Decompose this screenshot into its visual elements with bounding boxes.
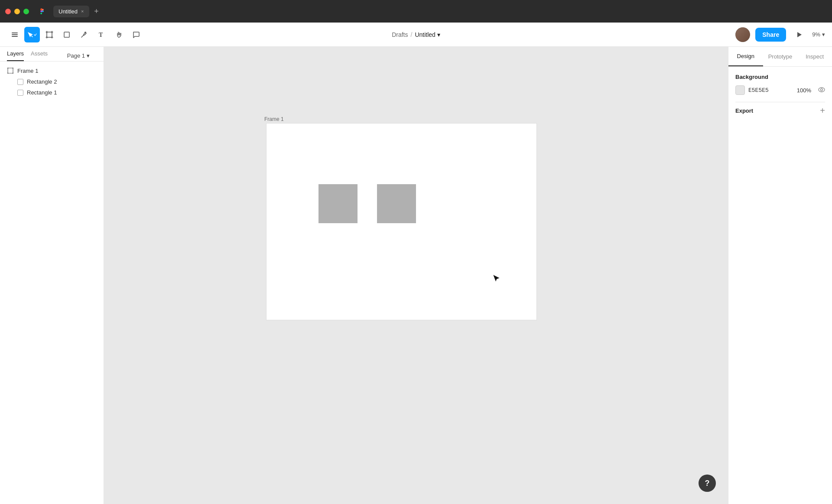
active-tab[interactable]: Untitled × xyxy=(53,6,89,17)
titlebar: Untitled × + xyxy=(0,0,832,23)
breadcrumb-separator: / xyxy=(410,31,412,38)
shape-tool-button[interactable] xyxy=(59,27,75,42)
breadcrumb[interactable]: Drafts / Untitled ▾ xyxy=(392,31,440,38)
page-selector[interactable]: Page 1 ▾ xyxy=(60,49,97,59)
canvas-area[interactable]: Frame 1 ? xyxy=(104,47,728,504)
layers-list: Frame 1 Rectangle 2 Rectangle 1 xyxy=(0,62,104,504)
help-button[interactable]: ? xyxy=(699,475,716,492)
share-button[interactable]: Share xyxy=(755,28,786,42)
layer-item-frame1[interactable]: Frame 1 xyxy=(0,65,104,76)
tab-prototype[interactable]: Prototype xyxy=(763,47,798,66)
svg-point-26 xyxy=(821,89,823,91)
text-tool-button[interactable]: T xyxy=(94,27,109,42)
tab-bar: Untitled × + xyxy=(53,6,827,17)
frame-label: Frame 1 xyxy=(264,116,284,122)
pen-tool-button[interactable] xyxy=(76,27,92,42)
main-content: Layers Assets Page 1 ▾ xyxy=(0,47,832,504)
toolbar-right: Share 9% ▾ xyxy=(735,27,825,42)
toolbar-left: T xyxy=(7,27,144,42)
figma-logo[interactable] xyxy=(36,5,48,17)
close-button[interactable] xyxy=(5,9,11,14)
right-panel-tabs: Design Prototype Inspect xyxy=(728,47,832,67)
layer-rect2-name: Rectangle 2 xyxy=(27,78,57,85)
svg-rect-2 xyxy=(12,36,18,37)
panel-tabs-row: Layers Assets Page 1 ▾ xyxy=(0,47,104,62)
tab-inspect[interactable]: Inspect xyxy=(797,47,832,66)
play-button[interactable] xyxy=(791,27,807,42)
svg-marker-15 xyxy=(797,32,802,37)
svg-rect-16 xyxy=(8,68,13,73)
left-panel: Layers Assets Page 1 ▾ xyxy=(0,47,104,504)
background-color-value[interactable]: E5E5E5 xyxy=(748,87,769,94)
svg-rect-3 xyxy=(47,32,52,37)
frame-icon xyxy=(7,67,14,74)
minimize-button[interactable] xyxy=(14,9,20,14)
panel-tabs-inner: Layers Assets xyxy=(7,47,60,61)
rect1-checkbox xyxy=(17,90,23,96)
frame-canvas[interactable] xyxy=(266,123,537,320)
layer-frame1-name: Frame 1 xyxy=(17,68,38,74)
hand-tool-button[interactable] xyxy=(111,27,127,42)
background-color-row: E5E5E5 100% xyxy=(735,85,825,95)
svg-rect-1 xyxy=(12,34,18,35)
svg-rect-0 xyxy=(12,33,18,33)
rectangle-2-shape[interactable] xyxy=(318,184,358,223)
layer-item-rect1[interactable]: Rectangle 1 xyxy=(0,87,104,98)
export-add-button[interactable]: + xyxy=(820,106,825,116)
file-name[interactable]: Untitled ▾ xyxy=(415,31,440,38)
right-panel: Design Prototype Inspect Background E5E5… xyxy=(728,47,832,504)
rectangle-1-shape[interactable] xyxy=(377,184,416,223)
maximize-button[interactable] xyxy=(23,9,29,14)
divider xyxy=(735,102,825,102)
right-panel-content: Background E5E5E5 100% Export + xyxy=(728,67,832,123)
svg-point-25 xyxy=(819,88,825,92)
layer-rect1-name: Rectangle 1 xyxy=(27,89,57,96)
comment-tool-button[interactable] xyxy=(128,27,144,42)
frame-tool-button[interactable] xyxy=(42,27,57,42)
background-opacity-value[interactable]: 100% xyxy=(797,87,811,94)
breadcrumb-drafts: Drafts xyxy=(392,31,408,38)
visibility-toggle-icon[interactable] xyxy=(818,87,825,94)
export-section-row: Export + xyxy=(735,106,825,116)
new-tab-button[interactable]: + xyxy=(91,6,102,17)
zoom-control[interactable]: 9% ▾ xyxy=(812,31,825,38)
menu-button[interactable] xyxy=(7,27,23,42)
background-section-title: Background xyxy=(735,74,825,80)
svg-text:T: T xyxy=(99,32,103,38)
background-color-swatch[interactable] xyxy=(735,85,745,95)
tab-design[interactable]: Design xyxy=(728,47,763,66)
rect2-checkbox xyxy=(17,79,23,85)
tab-title: Untitled xyxy=(58,8,78,15)
traffic-lights xyxy=(5,9,29,14)
toolbar: T Drafts / Untitled ▾ Share xyxy=(0,23,832,47)
export-section-title: Export xyxy=(735,107,753,114)
tab-layers[interactable]: Layers xyxy=(7,47,24,61)
tab-assets[interactable]: Assets xyxy=(31,47,48,61)
avatar[interactable] xyxy=(735,27,750,42)
tab-close-icon[interactable]: × xyxy=(81,9,84,14)
layer-item-rect2[interactable]: Rectangle 2 xyxy=(0,76,104,87)
svg-rect-12 xyxy=(64,32,69,37)
select-tool-button[interactable] xyxy=(24,27,40,42)
